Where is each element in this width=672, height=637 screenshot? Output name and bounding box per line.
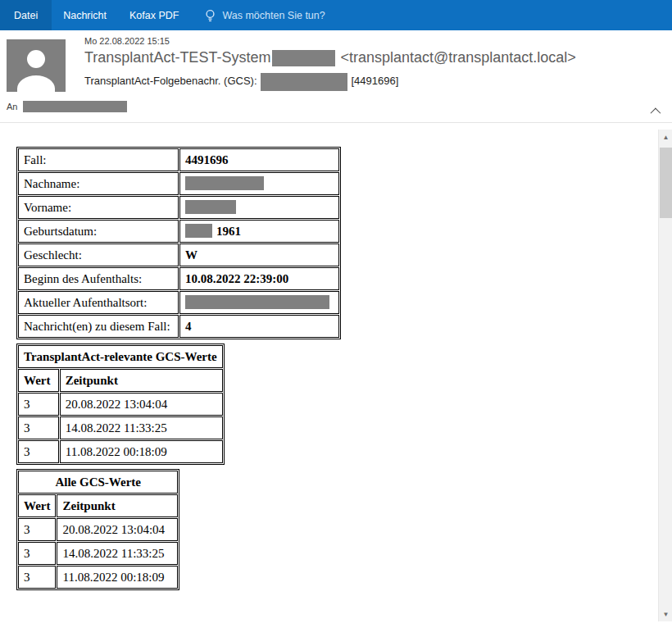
gcs-row: 314.08.2022 11:33:25 bbox=[18, 416, 223, 439]
table-caption-row: TransplantAct-relevante GCS-Werte bbox=[18, 345, 223, 368]
gcs-row: 311.08.2022 00:18:09 bbox=[18, 566, 178, 589]
case-row: Nachricht(en) zu diesem Fall:4 bbox=[18, 315, 339, 338]
case-value bbox=[179, 196, 339, 219]
gcs-row: 314.08.2022 11:33:25 bbox=[18, 542, 178, 565]
gcs-zeitpunkt-cell: 14.08.2022 11:33:25 bbox=[60, 416, 223, 439]
lightbulb-icon bbox=[205, 9, 216, 22]
table-header-row: Wert Zeitpunkt bbox=[18, 369, 223, 392]
case-value: 10.08.2022 22:39:00 bbox=[179, 267, 339, 290]
case-row: Fall:4491696 bbox=[18, 148, 339, 171]
case-row: Geschlecht:W bbox=[18, 243, 339, 266]
table-title: Alle GCS-Werte bbox=[18, 471, 178, 494]
case-label: Beginn des Aufenthalts: bbox=[18, 267, 179, 290]
case-label: Geburtsdatum: bbox=[18, 220, 179, 243]
gcs-wert-cell: 3 bbox=[18, 416, 59, 439]
avatar-silhouette-icon bbox=[27, 50, 45, 68]
case-row: Beginn des Aufenthalts:10.08.2022 22:39:… bbox=[18, 267, 339, 290]
scroll-up-button[interactable]: ▲ bbox=[659, 130, 672, 144]
case-label: Nachname: bbox=[18, 172, 179, 195]
column-header-zeitpunkt: Zeitpunkt bbox=[57, 494, 178, 517]
gcs-row: 311.08.2022 00:18:09 bbox=[18, 440, 223, 463]
ribbon-tab-nachricht[interactable]: Nachricht bbox=[52, 0, 118, 30]
ribbon-tab-label: Nachricht bbox=[63, 10, 107, 21]
gcs-zeitpunkt-cell: 11.08.2022 00:18:09 bbox=[57, 566, 178, 589]
vertical-scrollbar[interactable]: ▲ ▼ bbox=[658, 130, 672, 621]
ribbon-tab-datei[interactable]: Datei bbox=[0, 0, 52, 30]
header-content: Mo 22.08.2022 15:15 TransplantAct-TEST-S… bbox=[84, 36, 638, 91]
case-value: 1961 bbox=[179, 220, 339, 243]
gcs-row: 320.08.2022 13:04:04 bbox=[18, 393, 223, 416]
message-body: Fall:4491696Nachname:Vorname:Geburtsdatu… bbox=[0, 123, 658, 637]
case-row: Nachname: bbox=[18, 172, 339, 195]
message-date: Mo 22.08.2022 15:15 bbox=[84, 36, 638, 46]
redacted-text bbox=[185, 224, 212, 238]
redacted-text bbox=[23, 101, 127, 112]
case-value: W bbox=[179, 243, 339, 266]
ribbon-tab-kofax-pdf[interactable]: Kofax PDF bbox=[118, 0, 190, 30]
gcs-wert-cell: 3 bbox=[18, 393, 59, 416]
table-header-row: Wert Zeitpunkt bbox=[18, 494, 178, 517]
scrollbar-thumb[interactable] bbox=[660, 148, 672, 218]
case-label: Vorname: bbox=[18, 196, 179, 219]
table-caption-row: Alle GCS-Werte bbox=[18, 471, 178, 494]
gcs-wert-cell: 3 bbox=[18, 566, 56, 589]
sender-avatar bbox=[7, 39, 66, 92]
ribbon-tab-label: Datei bbox=[14, 10, 38, 21]
sender-name: TransplantAct-TEST-System bbox=[84, 49, 270, 66]
redacted-text bbox=[185, 176, 264, 190]
ribbon-tab-label: Kofax PDF bbox=[129, 10, 179, 21]
case-value bbox=[179, 172, 339, 195]
gcs-wert-cell: 3 bbox=[18, 518, 56, 541]
to-label: An bbox=[7, 102, 17, 111]
sender-email: <transplantact@transplantact.local> bbox=[340, 49, 575, 66]
case-row: Geburtsdatum:1961 bbox=[18, 220, 339, 243]
redacted-text bbox=[185, 200, 236, 214]
message-header: Mo 22.08.2022 15:15 TransplantAct-TEST-S… bbox=[0, 30, 672, 123]
case-label: Geschlecht: bbox=[18, 243, 179, 266]
gcs-relevant-table: TransplantAct-relevante GCS-Werte Wert Z… bbox=[16, 344, 225, 465]
gcs-row: 320.08.2022 13:04:04 bbox=[18, 518, 178, 541]
case-row: Aktueller Aufenthaltsort: bbox=[18, 291, 339, 314]
column-header-zeitpunkt: Zeitpunkt bbox=[60, 369, 223, 392]
ribbon-bar: Datei Nachricht Kofax PDF Was möchten Si… bbox=[0, 0, 672, 30]
case-value: 4491696 bbox=[179, 148, 339, 171]
gcs-zeitpunkt-cell: 11.08.2022 00:18:09 bbox=[60, 440, 223, 463]
sender-line: TransplantAct-TEST-System<transplantact@… bbox=[84, 49, 638, 66]
redacted-text bbox=[272, 50, 335, 66]
gcs-zeitpunkt-cell: 20.08.2022 13:04:04 bbox=[60, 393, 223, 416]
chevron-up-icon bbox=[650, 107, 661, 118]
redacted-text bbox=[261, 73, 347, 91]
gcs-zeitpunkt-cell: 20.08.2022 13:04:04 bbox=[57, 518, 178, 541]
tell-me-box[interactable]: Was möchten Sie tun? bbox=[195, 0, 334, 30]
case-value bbox=[179, 291, 339, 314]
gcs-all-table: Alle GCS-Werte Wert Zeitpunkt 320.08.202… bbox=[16, 469, 179, 590]
case-label: Aktueller Aufenthaltsort: bbox=[18, 291, 179, 314]
subject-text: TransplantAct-Folgebenachr. (GCS): bbox=[84, 75, 257, 88]
subject-line: TransplantAct-Folgebenachr. (GCS):[44916… bbox=[84, 73, 638, 91]
column-header-wert: Wert bbox=[18, 494, 56, 517]
case-details-table: Fall:4491696Nachname:Vorname:Geburtsdatu… bbox=[16, 147, 341, 339]
case-row: Vorname: bbox=[18, 196, 339, 219]
collapse-header-button[interactable] bbox=[646, 104, 662, 119]
gcs-wert-cell: 3 bbox=[18, 440, 59, 463]
column-header-wert: Wert bbox=[18, 369, 59, 392]
table-title: TransplantAct-relevante GCS-Werte bbox=[18, 345, 223, 368]
case-label: Nachricht(en) zu diesem Fall: bbox=[18, 315, 179, 338]
redacted-text bbox=[185, 295, 329, 309]
scroll-down-button[interactable]: ▼ bbox=[659, 607, 672, 621]
case-value: 4 bbox=[179, 315, 339, 338]
gcs-zeitpunkt-cell: 14.08.2022 11:33:25 bbox=[57, 542, 178, 565]
case-label: Fall: bbox=[18, 148, 179, 171]
gcs-wert-cell: 3 bbox=[18, 542, 56, 565]
to-line: An bbox=[7, 101, 127, 112]
tell-me-label: Was möchten Sie tun? bbox=[222, 10, 325, 21]
outlook-message-window: Datei Nachricht Kofax PDF Was möchten Si… bbox=[0, 0, 672, 637]
subject-case-number: [4491696] bbox=[352, 75, 399, 88]
